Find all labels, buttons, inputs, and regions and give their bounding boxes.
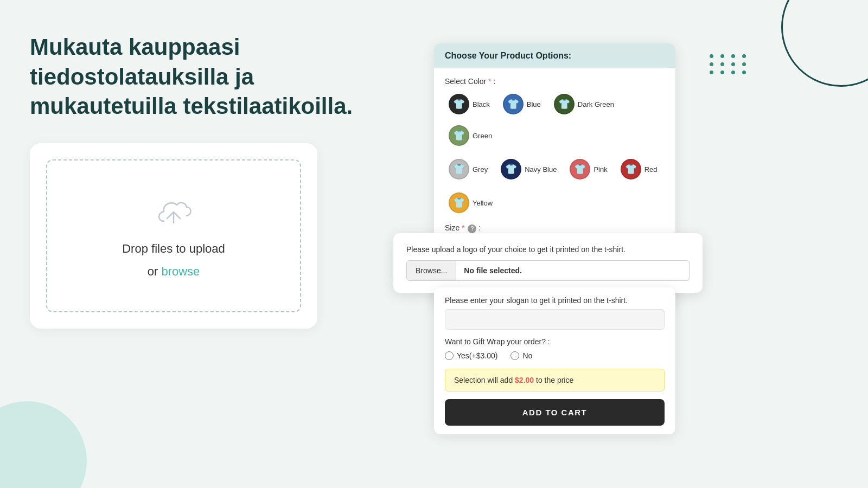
size-section-label: Size * ? :: [445, 223, 665, 233]
color-swatch-yellow: 👕: [449, 192, 469, 213]
color-label-pink: Pink: [593, 165, 607, 174]
color-swatch-red: 👕: [621, 159, 641, 179]
add-to-cart-button[interactable]: ADD TO CART: [445, 399, 665, 426]
color-swatch-navy: 👕: [501, 159, 521, 179]
color-grid-row3: 👕 Yellow: [445, 190, 665, 216]
gift-wrap-label: Want to Gift Wrap your order? :: [445, 337, 665, 346]
color-label-dark-green: Dark Green: [578, 100, 614, 108]
upload-card: Drop files to upload or browse: [30, 143, 317, 329]
product-card-lower: Please enter your slogan to get it print…: [434, 287, 675, 434]
price-notice-after: to the price: [536, 376, 573, 384]
slogan-input[interactable]: [445, 309, 665, 330]
color-grid: 👕 Black 👕 Blue 👕 Dark Green: [445, 91, 665, 149]
color-swatch-black: 👕: [449, 94, 469, 114]
color-grid-row2: 👕 Grey 👕 Navy Blue 👕 Pink: [445, 156, 665, 182]
product-options-header: Choose Your Product Options:: [434, 43, 675, 68]
color-label-red: Red: [644, 165, 658, 174]
color-option-green[interactable]: 👕 Green: [445, 123, 496, 149]
gift-yes-option[interactable]: Yes(+$3.00): [445, 351, 497, 360]
upload-zone[interactable]: Drop files to upload or browse: [46, 159, 301, 312]
price-notice-amount: $2.00: [515, 376, 534, 384]
color-option-grey[interactable]: 👕 Grey: [445, 156, 492, 182]
color-option-pink[interactable]: 👕 Pink: [566, 156, 611, 182]
gift-yes-radio[interactable]: [445, 351, 454, 360]
color-swatch-green: 👕: [449, 125, 469, 146]
color-option-dark-green[interactable]: 👕 Dark Green: [550, 91, 618, 117]
hero-title: Mukauta kauppaasi tiedostolatauksilla ja…: [30, 33, 355, 121]
decorative-circle-top-right: [781, 0, 868, 87]
color-swatch-grey: 👕: [449, 159, 469, 179]
color-label-navy: Navy Blue: [525, 165, 557, 174]
cloud-upload-icon: [152, 193, 195, 233]
color-required: *: [488, 77, 491, 86]
no-file-text: No file selected.: [456, 261, 529, 280]
color-section-label: Select Color * :: [445, 77, 665, 86]
decorative-dots: [710, 54, 749, 74]
slogan-label: Please enter your slogan to get it print…: [445, 296, 665, 305]
decorative-circle-bottom-left: [0, 401, 87, 488]
color-label-black: Black: [473, 100, 490, 108]
file-input-row: Browse... No file selected.: [406, 260, 690, 281]
file-upload-section: Please upload a logo of your choice to g…: [393, 233, 703, 293]
color-swatch-blue: 👕: [503, 94, 524, 114]
or-text: or: [148, 265, 158, 278]
color-option-blue[interactable]: 👕 Blue: [499, 91, 545, 117]
browse-link[interactable]: browse: [161, 265, 200, 278]
color-label-grey: Grey: [473, 165, 488, 174]
color-option-yellow[interactable]: 👕 Yellow: [445, 190, 496, 216]
gift-options: Yes(+$3.00) No: [445, 351, 665, 360]
color-option-navy[interactable]: 👕 Navy Blue: [497, 156, 560, 182]
price-notice-before: Selection will add: [454, 376, 513, 384]
color-label-blue: Blue: [527, 100, 541, 108]
color-option-black[interactable]: 👕 Black: [445, 91, 494, 117]
browse-file-button[interactable]: Browse...: [407, 261, 456, 280]
price-notice: Selection will add $2.00 to the price: [445, 369, 665, 391]
color-label-green: Green: [473, 132, 492, 140]
color-swatch-dark-green: 👕: [554, 94, 575, 114]
browse-line: or browse: [148, 265, 200, 279]
color-option-red[interactable]: 👕 Red: [617, 156, 661, 182]
file-upload-label: Please upload a logo of your choice to g…: [406, 245, 690, 254]
gift-no-radio[interactable]: [510, 351, 519, 360]
color-swatch-pink: 👕: [570, 159, 590, 179]
gift-no-option[interactable]: No: [510, 351, 532, 360]
color-label-yellow: Yellow: [473, 199, 493, 207]
left-section: Mukauta kauppaasi tiedostolatauksilla ja…: [30, 33, 355, 329]
gift-no-label: No: [522, 351, 532, 360]
size-help-icon[interactable]: ?: [468, 224, 476, 233]
drop-files-text: Drop files to upload: [122, 242, 225, 256]
gift-yes-label: Yes(+$3.00): [457, 351, 497, 360]
